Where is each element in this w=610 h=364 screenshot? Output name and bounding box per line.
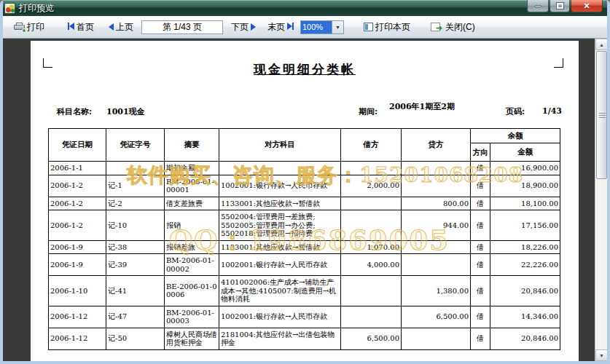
cell-summary: BE-2006-01-00006 bbox=[165, 276, 219, 306]
minimize-icon bbox=[535, 5, 541, 7]
next-page-button[interactable]: 下页 bbox=[229, 20, 258, 35]
cell-voucher-no: 记-38 bbox=[106, 240, 165, 254]
cell-debit: 4,000.00 bbox=[341, 254, 402, 276]
cell-counterpart-account: 1133001:其他应收款→暂借款 bbox=[219, 240, 341, 254]
maximize-button[interactable] bbox=[550, 0, 570, 12]
arrow-up-icon: ▲ bbox=[599, 42, 604, 47]
cell-credit: 800.00 bbox=[402, 197, 471, 210]
zoom-select[interactable]: 100% ▼ bbox=[300, 20, 344, 34]
titlebar[interactable]: 打印预览 ✕ bbox=[0, 0, 610, 16]
header-direction: 方向 bbox=[471, 143, 490, 162]
first-page-icon bbox=[68, 22, 74, 32]
prev-page-button[interactable]: 上页 bbox=[106, 20, 136, 35]
vertical-scrollbar[interactable]: ▲ ▼ bbox=[595, 39, 607, 361]
document-title: 现金明细分类帐 bbox=[31, 61, 579, 78]
first-page-label: 首页 bbox=[77, 21, 94, 33]
chevron-down-icon[interactable]: ▼ bbox=[332, 21, 343, 33]
cell-voucher-no: 记-10 bbox=[106, 210, 165, 241]
cell-voucher-no: 记-50 bbox=[106, 328, 165, 349]
prev-page-label: 上页 bbox=[116, 21, 133, 33]
page-label: 页码: bbox=[506, 106, 525, 117]
cell-date: 2006-1-12 bbox=[49, 328, 106, 349]
close-preview-button[interactable]: ➜ 关闭(C) bbox=[429, 20, 477, 35]
cell-direction: 借 bbox=[471, 254, 490, 276]
scroll-up-button[interactable]: ▲ bbox=[595, 39, 607, 50]
cell-debit bbox=[341, 306, 402, 328]
close-preview-label: 关闭(C) bbox=[445, 21, 475, 33]
cell-credit: 944.00 bbox=[402, 210, 471, 241]
header-voucher-no: 凭证字号 bbox=[106, 129, 165, 162]
toolbar: 打印 首页 上页 第 1/43 页 下页 末页 100% ▼ 打印本页 ➜ bbox=[0, 16, 610, 39]
cell-debit: 6,500.00 bbox=[341, 328, 402, 349]
table-row: 2006-1-2记-1BM-2006-01-000011002001:银行存款→… bbox=[49, 175, 560, 197]
print-label: 打印 bbox=[27, 21, 44, 33]
last-page-label: 末页 bbox=[267, 21, 285, 33]
cell-amount: 20,846.00 bbox=[490, 328, 560, 349]
account-name-label: 科目名称: bbox=[57, 106, 92, 117]
table-row: 2006-1-1期初余额借16,900.00 bbox=[49, 162, 560, 175]
header-credit: 贷方 bbox=[402, 129, 471, 162]
page-value: 1/43 bbox=[542, 106, 562, 116]
cell-summary: BM-2006-01-00003 bbox=[165, 306, 219, 328]
table-row: 2006-1-2记-2借支差旅费1133001:其他应收款→暂借款800.00借… bbox=[49, 197, 560, 210]
cell-debit bbox=[341, 197, 402, 210]
cell-date: 2006-1-10 bbox=[49, 276, 106, 306]
print-button[interactable]: 打印 bbox=[12, 20, 47, 35]
last-page-button[interactable]: 末页 bbox=[265, 20, 296, 35]
print-this-page-button[interactable]: 打印本页 bbox=[361, 20, 412, 35]
cell-counterpart-account bbox=[219, 162, 341, 175]
cell-direction: 借 bbox=[471, 306, 490, 328]
cell-summary: 借支差旅费 bbox=[165, 197, 219, 210]
cell-summary: 樟树人民商场借用货柜押金 bbox=[165, 328, 219, 349]
minimize-button[interactable] bbox=[527, 0, 549, 12]
cell-date: 2006-1-9 bbox=[49, 254, 106, 276]
scrollbar-thumb[interactable] bbox=[596, 51, 607, 179]
cell-date: 2006-1-12 bbox=[49, 306, 106, 328]
cell-date: 2006-1-2 bbox=[49, 210, 106, 241]
cell-amount: 18,900.00 bbox=[490, 175, 560, 197]
ledger-table-body: 2006-1-1期初余额借16,900.002006-1-2记-1BM-2006… bbox=[49, 162, 560, 350]
period-label: 期间: bbox=[359, 106, 378, 117]
close-icon: ✕ bbox=[583, 1, 590, 11]
cell-amount: 17,156.00 bbox=[490, 210, 560, 241]
ledger-table: 凭证日期 凭证字号 摘要 对方科目 借方 贷方 余额 方向 金额 2006-1-… bbox=[48, 128, 560, 350]
cell-amount: 18,226.00 bbox=[490, 240, 560, 254]
cell-credit bbox=[402, 254, 471, 276]
cell-direction: 借 bbox=[471, 175, 490, 197]
first-page-button[interactable]: 首页 bbox=[66, 20, 96, 35]
header-counterpart: 对方科目 bbox=[219, 129, 341, 162]
cell-counterpart-account: 1002001:银行存款→人民币存款 bbox=[219, 254, 341, 276]
cell-amount: 18,100.00 bbox=[490, 197, 560, 210]
window-controls: ✕ bbox=[526, 0, 603, 12]
cell-counterpart-account: 5502004:管理费用→差旅费; 5502005:管理费用→办公费; 5502… bbox=[219, 210, 341, 241]
scroll-down-button[interactable]: ▼ bbox=[595, 349, 607, 361]
window-title: 打印预览 bbox=[19, 2, 54, 15]
close-button[interactable]: ✕ bbox=[571, 0, 603, 12]
cell-voucher-no: 记-47 bbox=[106, 306, 165, 328]
printer-icon bbox=[14, 23, 25, 31]
table-row: 2006-1-12记-50樟树人民商场借用货柜押金2181004:其他应付款→出… bbox=[49, 328, 560, 349]
cell-direction: 借 bbox=[471, 162, 490, 175]
cell-direction: 借 bbox=[471, 276, 490, 306]
table-row: 2006-1-10记-41BE-2006-01-000064101002006:… bbox=[49, 276, 560, 306]
prev-page-icon bbox=[109, 23, 114, 31]
cell-summary: 报销差旅 bbox=[165, 240, 219, 254]
cell-summary: 期初余额 bbox=[165, 162, 219, 175]
table-row: 2006-1-12记-47BM-2006-01-000031002001:银行存… bbox=[49, 306, 560, 328]
maximize-icon bbox=[557, 3, 563, 9]
table-row: 2006-1-9记-39BM-2006-01-000021002001:银行存款… bbox=[49, 254, 560, 276]
cell-date: 2006-1-9 bbox=[49, 240, 106, 254]
cell-summary: BM-2006-01-00002 bbox=[165, 254, 219, 276]
thumb-grip-icon bbox=[599, 113, 606, 114]
cell-date: 2006-1-2 bbox=[49, 175, 106, 197]
header-amount: 金额 bbox=[490, 143, 560, 162]
cell-voucher-no: 记-39 bbox=[106, 254, 165, 276]
document-page: 现金明细分类帐 科目名称: 1001现金 期间: 2006年1期至2期 页码: … bbox=[31, 41, 579, 361]
page-number-input[interactable]: 第 1/43 页 bbox=[141, 20, 223, 34]
zoom-value: 100% bbox=[301, 21, 332, 33]
cell-credit bbox=[402, 162, 471, 175]
header-summary: 摘要 bbox=[165, 129, 219, 162]
cell-amount: 22,226.00 bbox=[490, 254, 560, 276]
ledger-table-header: 凭证日期 凭证字号 摘要 对方科目 借方 贷方 余额 方向 金额 bbox=[49, 129, 560, 162]
cell-amount: 20,846.00 bbox=[490, 276, 560, 306]
